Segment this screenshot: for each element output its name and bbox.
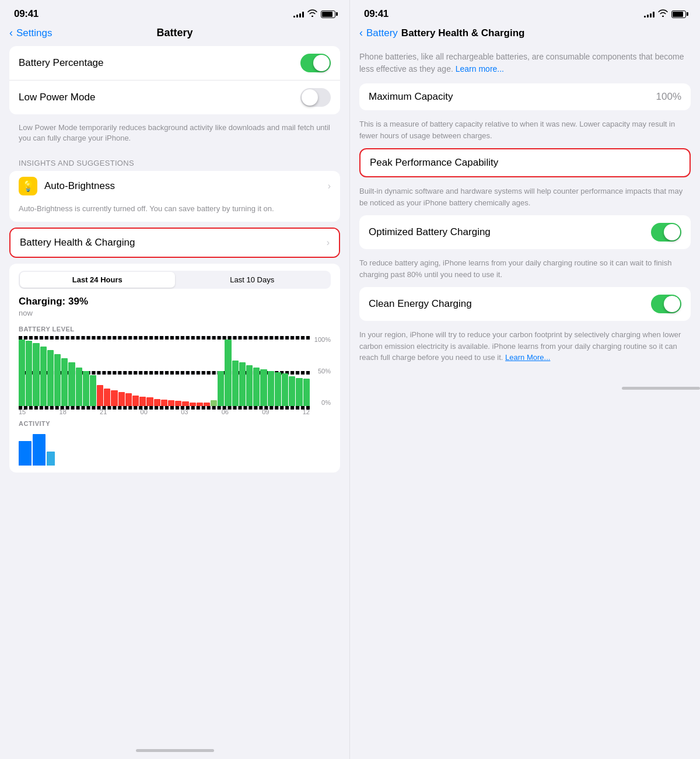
battery-icon bbox=[321, 11, 335, 18]
battery-health-row-highlighted[interactable]: Battery Health & Charging › bbox=[9, 228, 340, 258]
y-label-0: 0% bbox=[314, 399, 331, 406]
status-icons-right bbox=[644, 9, 686, 19]
max-capacity-label: Maximum Capacity bbox=[369, 91, 453, 103]
signal-icon bbox=[293, 11, 304, 18]
battery-health-label: Battery Health & Charging bbox=[20, 237, 135, 249]
x-label-06: 06 bbox=[222, 408, 229, 415]
auto-brightness-label: Auto-Brightness bbox=[44, 180, 328, 192]
auto-brightness-desc: Auto-Brightness is currently turned off.… bbox=[9, 201, 340, 221]
learn-more-link[interactable]: Learn more... bbox=[456, 64, 504, 74]
chart-x-labels: 15 18 21 00 03 06 09 12 bbox=[19, 408, 331, 415]
low-power-desc: Low Power Mode temporarily reduces backg… bbox=[9, 120, 340, 151]
status-bar-right: 09:41 bbox=[350, 0, 700, 25]
max-capacity-value: 100% bbox=[656, 91, 681, 103]
battery-health-chevron: › bbox=[327, 237, 330, 248]
charging-label: Charging: 39% bbox=[19, 296, 331, 307]
status-time-right: 09:41 bbox=[364, 8, 388, 20]
max-capacity-card: Maximum Capacity 100% bbox=[359, 83, 691, 110]
optimized-charging-toggle[interactable] bbox=[651, 223, 681, 242]
battery-percentage-toggle[interactable] bbox=[300, 54, 331, 72]
chart-tabs: Last 24 Hours Last 10 Days bbox=[19, 271, 331, 289]
activity-chart bbox=[19, 431, 331, 466]
battery-settings-content: Battery Percentage Low Power Mode Low Po… bbox=[0, 46, 349, 473]
clean-energy-label: Clean Energy Charging bbox=[369, 298, 472, 310]
nav-bar-right: ‹ Battery Battery Health & Charging bbox=[350, 25, 700, 46]
peak-performance-label: Peak Performance Capability bbox=[370, 157, 498, 168]
clean-energy-toggle[interactable] bbox=[651, 295, 681, 313]
battery-health-inner-row[interactable]: Battery Health & Charging › bbox=[10, 229, 339, 257]
optimized-charging-label: Optimized Battery Charging bbox=[369, 226, 491, 238]
tab-last-24h[interactable]: Last 24 Hours bbox=[20, 272, 175, 288]
activity-section: ACTIVITY bbox=[19, 420, 331, 466]
wifi-icon-right bbox=[658, 9, 668, 19]
y-label-50: 50% bbox=[314, 368, 331, 375]
page-title-right: Battery Health & Charging bbox=[401, 27, 525, 39]
back-label-left: Settings bbox=[16, 27, 52, 39]
peak-performance-row: Peak Performance Capability bbox=[360, 149, 690, 176]
auto-brightness-row[interactable]: 💡 Auto-Brightness › bbox=[9, 171, 340, 201]
clean-energy-desc: In your region, iPhone will try to reduc… bbox=[350, 327, 700, 370]
page-title-left: Battery bbox=[156, 27, 192, 39]
left-panel: 09:41 ‹ Settings bbox=[0, 0, 350, 759]
battery-level-header: BATTERY LEVEL bbox=[19, 326, 331, 333]
status-time-left: 09:41 bbox=[14, 8, 38, 20]
tab-last-10d[interactable]: Last 10 Days bbox=[175, 272, 330, 288]
insights-card: 💡 Auto-Brightness › Auto-Brightness is c… bbox=[9, 171, 340, 221]
x-label-03: 03 bbox=[181, 408, 188, 415]
optimized-charging-card: Optimized Battery Charging bbox=[359, 215, 691, 249]
chevron-right-icon: › bbox=[328, 181, 331, 191]
charging-sub: now bbox=[19, 309, 331, 317]
clean-energy-row: Clean Energy Charging bbox=[359, 287, 691, 321]
low-power-mode-row: Low Power Mode bbox=[9, 80, 340, 114]
low-power-mode-label: Low Power Mode bbox=[19, 92, 95, 103]
back-button-right[interactable]: ‹ Battery bbox=[359, 27, 398, 39]
status-icons-left bbox=[293, 9, 335, 19]
home-indicator-right bbox=[622, 387, 700, 390]
back-chevron-icon: ‹ bbox=[9, 27, 13, 39]
optimized-charging-row: Optimized Battery Charging bbox=[359, 215, 691, 249]
battery-level-chart: 100% 50% 0% bbox=[19, 336, 331, 406]
wifi-icon bbox=[307, 9, 317, 19]
battery-percentage-label: Battery Percentage bbox=[19, 57, 104, 69]
x-label-09: 09 bbox=[262, 408, 269, 415]
battery-toggles-card: Battery Percentage Low Power Mode bbox=[9, 46, 340, 114]
x-label-18: 18 bbox=[60, 408, 66, 415]
insights-header: INSIGHTS AND SUGGESTIONS bbox=[9, 151, 340, 171]
status-bar-left: 09:41 bbox=[0, 0, 349, 25]
x-label-15: 15 bbox=[19, 408, 26, 415]
home-indicator-left bbox=[136, 749, 214, 752]
chart-bars-area bbox=[19, 336, 310, 406]
back-chevron-right-icon: ‹ bbox=[359, 27, 363, 39]
right-panel: 09:41 ‹ Battery bbox=[350, 0, 700, 759]
max-capacity-row: Maximum Capacity 100% bbox=[359, 83, 691, 110]
x-label-00: 00 bbox=[141, 408, 148, 415]
battery-icon-right bbox=[671, 11, 686, 18]
max-capacity-desc: This is a measure of battery capacity re… bbox=[350, 116, 700, 148]
back-button-left[interactable]: ‹ Settings bbox=[9, 27, 52, 39]
signal-icon-right bbox=[644, 11, 654, 18]
peak-performance-card-highlighted: Peak Performance Capability bbox=[359, 148, 691, 177]
back-label-right: Battery bbox=[366, 27, 398, 39]
low-power-mode-toggle[interactable] bbox=[300, 88, 331, 107]
optimized-charging-desc: To reduce battery aging, iPhone learns f… bbox=[350, 255, 700, 287]
health-intro: Phone batteries, like all rechargeable b… bbox=[350, 46, 700, 83]
x-label-12: 12 bbox=[303, 408, 310, 415]
activity-header: ACTIVITY bbox=[19, 420, 331, 427]
peak-performance-desc: Built-in dynamic software and hardware s… bbox=[350, 183, 700, 215]
battery-percentage-row: Battery Percentage bbox=[9, 46, 340, 80]
x-label-21: 21 bbox=[100, 408, 107, 415]
clean-energy-card: Clean Energy Charging bbox=[359, 287, 691, 321]
auto-brightness-icon: 💡 bbox=[19, 177, 37, 195]
y-label-100: 100% bbox=[314, 336, 331, 343]
learn-more-2-link[interactable]: Learn More... bbox=[505, 353, 550, 362]
nav-bar-left: ‹ Settings Battery bbox=[0, 25, 349, 46]
chart-y-labels: 100% 50% 0% bbox=[314, 336, 331, 406]
intro-text: Phone batteries, like all rechargeable b… bbox=[359, 52, 684, 74]
battery-chart-section: Last 24 Hours Last 10 Days Charging: 39%… bbox=[9, 264, 340, 473]
